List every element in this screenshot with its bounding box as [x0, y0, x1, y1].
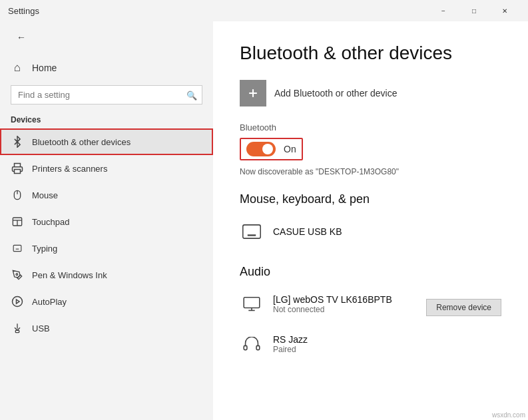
device-lg-tv: [LG] webOS TV LK616BPTB Not connected Re…: [240, 287, 501, 321]
sidebar: ← ⌂ Home 🔍 Devices Bluetooth & other dev…: [0, 21, 213, 420]
toggle-label: On: [284, 144, 296, 154]
svg-point-12: [16, 274, 18, 276]
app-body: ← ⌂ Home 🔍 Devices Bluetooth & other dev…: [0, 21, 528, 420]
usb-icon: [11, 321, 24, 335]
bluetooth-section-label: Bluetooth: [240, 122, 501, 132]
titlebar-title: Settings: [8, 6, 39, 16]
rs-jazz-info: RS Jazz Paired: [273, 334, 308, 354]
rs-jazz-status: Paired: [273, 345, 308, 354]
content-area: Bluetooth & other devices Add Bluetooth …: [213, 21, 528, 420]
sidebar-item-bluetooth[interactable]: Bluetooth & other devices: [0, 128, 213, 155]
remove-device-button[interactable]: Remove device: [426, 299, 501, 316]
svg-rect-0: [15, 170, 21, 174]
add-device-icon: [240, 80, 266, 106]
sidebar-section-label: Devices: [0, 112, 213, 128]
mouse-keyboard-title: Mouse, keyboard, & pen: [240, 192, 501, 206]
sidebar-item-mouse[interactable]: Mouse: [0, 182, 213, 208]
titlebar-left: Settings: [8, 6, 39, 16]
device-rs-jazz: RS Jazz Paired: [240, 327, 501, 361]
back-button[interactable]: ←: [11, 27, 32, 48]
discoverable-text: Now discoverable as "DESKTOP-1M3OG80": [240, 167, 501, 176]
audio-section: Audio [LG] webOS TV LK616BPTB Not connec…: [240, 265, 501, 361]
sidebar-nav-top: ←: [0, 21, 213, 53]
titlebar: Settings − □ ✕: [0, 0, 528, 21]
svg-marker-14: [17, 300, 20, 304]
watermark: wsxdn.com: [492, 411, 525, 419]
mouse-keyboard-section: Mouse, keyboard, & pen: [240, 192, 501, 249]
sidebar-item-pen[interactable]: Pen & Windows Ink: [0, 262, 213, 288]
sidebar-item-touchpad[interactable]: Touchpad: [0, 208, 213, 235]
search-box: 🔍: [11, 85, 202, 105]
casue-name: CASUE USB KB: [273, 226, 342, 237]
keyboard-icon: [11, 242, 24, 255]
titlebar-controls: − □ ✕: [428, 0, 520, 21]
device-casue: CASUE USB KB: [240, 214, 501, 249]
lg-tv-info: [LG] webOS TV LK616BPTB Not connected: [273, 294, 392, 314]
lg-tv-name: [LG] webOS TV LK616BPTB: [273, 294, 392, 305]
svg-rect-32: [244, 345, 247, 349]
lg-tv-status: Not connected: [273, 305, 392, 314]
audio-title: Audio: [240, 265, 501, 279]
minimize-button[interactable]: −: [428, 0, 459, 21]
autoplay-icon: [11, 295, 24, 308]
mouse-icon: [11, 188, 24, 202]
bluetooth-section: Bluetooth On Now discoverable as "DESKTO…: [240, 122, 501, 176]
sidebar-item-typing[interactable]: Typing: [0, 235, 213, 262]
printer-icon: [11, 162, 24, 175]
page-title: Bluetooth & other devices: [240, 43, 501, 64]
svg-rect-6: [13, 245, 21, 251]
bluetooth-toggle[interactable]: [246, 142, 276, 156]
search-input[interactable]: [11, 85, 202, 105]
svg-rect-18: [243, 225, 260, 238]
bluetooth-toggle-row[interactable]: On: [240, 138, 303, 160]
home-icon: ⌂: [11, 61, 24, 75]
sidebar-item-home[interactable]: ⌂ Home: [0, 53, 213, 83]
sidebar-item-usb[interactable]: USB: [0, 315, 213, 341]
sidebar-item-printers[interactable]: Printers & scanners: [0, 155, 213, 182]
pen-icon: [11, 268, 24, 282]
toggle-track: [246, 142, 276, 156]
home-label: Home: [32, 63, 57, 73]
svg-rect-33: [256, 345, 260, 349]
touchpad-label: Touchpad: [32, 217, 69, 227]
casue-info: CASUE USB KB: [273, 226, 342, 237]
monitor-device-icon: [240, 292, 264, 316]
typing-label: Typing: [32, 244, 57, 254]
pen-label: Pen & Windows Ink: [32, 270, 107, 280]
sidebar-item-autoplay[interactable]: AutoPlay: [0, 288, 213, 315]
add-device-button[interactable]: Add Bluetooth or other device: [240, 80, 501, 106]
bluetooth-icon: [11, 135, 24, 148]
search-icon: 🔍: [186, 90, 197, 100]
svg-rect-29: [244, 298, 260, 308]
autoplay-label: AutoPlay: [32, 297, 67, 307]
printers-label: Printers & scanners: [32, 164, 107, 174]
svg-rect-15: [15, 330, 19, 332]
touchpad-icon: [11, 215, 24, 228]
toggle-thumb: [262, 144, 273, 154]
mouse-label: Mouse: [32, 190, 58, 200]
rs-jazz-name: RS Jazz: [273, 334, 308, 345]
close-button[interactable]: ✕: [489, 0, 520, 21]
add-device-label: Add Bluetooth or other device: [274, 88, 397, 99]
bluetooth-label: Bluetooth & other devices: [32, 137, 131, 147]
keyboard-device-icon: [240, 220, 264, 244]
headphones-device-icon: [240, 332, 264, 356]
maximize-button[interactable]: □: [459, 0, 489, 21]
usb-label: USB: [32, 323, 50, 333]
svg-point-13: [13, 297, 23, 307]
